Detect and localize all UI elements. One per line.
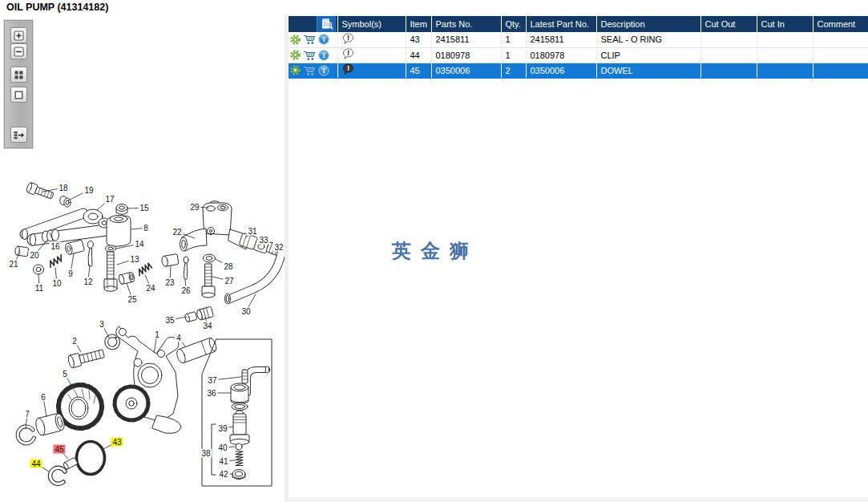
- info-icon[interactable]: i: [318, 65, 329, 76]
- qty-cell: 1: [501, 47, 526, 63]
- info-icon[interactable]: i: [318, 50, 329, 61]
- part-label-42[interactable]: 42: [217, 470, 229, 479]
- part-label-28[interactable]: 28: [222, 262, 234, 271]
- part-label-22[interactable]: 22: [171, 228, 183, 237]
- part-label-45[interactable]: 45: [53, 445, 65, 454]
- col-header-latest-part-no: Latest Part No.: [526, 16, 596, 32]
- part-label-24[interactable]: 24: [144, 284, 156, 293]
- qty-cell: 1: [501, 32, 526, 47]
- part-label-21[interactable]: 21: [7, 260, 19, 269]
- description-cell: SEAL - O RING: [596, 32, 700, 47]
- cut-out-cell: [700, 63, 757, 78]
- col-header-parts-no: Parts No.: [431, 16, 501, 32]
- part-label-39[interactable]: 39: [216, 424, 228, 433]
- part-label-36[interactable]: 36: [205, 389, 217, 398]
- part-label-13[interactable]: 13: [128, 255, 140, 264]
- part-label-18[interactable]: 18: [57, 184, 69, 192]
- tile-view-icon: [13, 69, 25, 81]
- part-label-17[interactable]: 17: [103, 195, 115, 204]
- part-label-2[interactable]: 2: [71, 337, 79, 346]
- cart-icon[interactable]: [303, 65, 316, 76]
- part-label-40[interactable]: 40: [216, 443, 228, 452]
- diagram-toolbar: [3, 19, 34, 149]
- svg-text:!: !: [346, 33, 349, 42]
- part-label-19[interactable]: 19: [83, 186, 95, 195]
- panel-divider[interactable]: [285, 14, 289, 502]
- note-balloon-icon[interactable]: !: [342, 48, 354, 60]
- part-label-1[interactable]: 1: [153, 330, 161, 339]
- part-label-31[interactable]: 31: [246, 227, 258, 236]
- symbols-cell: !: [337, 63, 406, 78]
- part-label-27[interactable]: 27: [223, 277, 235, 285]
- zoom-in-icon: [13, 30, 25, 42]
- part-label-41[interactable]: 41: [217, 457, 229, 466]
- part-label-33[interactable]: 33: [257, 236, 269, 245]
- inset-relief-valve: [202, 339, 272, 486]
- part-label-16[interactable]: 16: [49, 242, 61, 251]
- svg-text:!: !: [346, 48, 349, 57]
- table-row[interactable]: i ! 43 2415811 1 2415811 SEAL - O RING: [289, 32, 868, 47]
- cart-icon[interactable]: [303, 34, 316, 45]
- item-cell: 45: [406, 63, 431, 78]
- part-label-38[interactable]: 38: [200, 449, 212, 458]
- part-label-5[interactable]: 5: [61, 370, 69, 379]
- part-label-15[interactable]: 15: [138, 204, 150, 213]
- svg-text:!: !: [346, 63, 349, 72]
- zoom-in-button[interactable]: [10, 27, 27, 43]
- description-cell: DOWEL: [596, 63, 700, 78]
- part-label-34[interactable]: 34: [201, 322, 213, 330]
- item-cell: 44: [406, 47, 431, 63]
- parts-no-cell: 0350006: [431, 63, 501, 78]
- part-label-25[interactable]: 25: [126, 295, 138, 304]
- single-view-button[interactable]: [10, 87, 27, 103]
- part-label-3[interactable]: 3: [98, 320, 106, 329]
- parts-no-cell: 2415811: [431, 32, 501, 47]
- cut-in-cell: [757, 32, 813, 47]
- gear-icon[interactable]: [290, 34, 301, 45]
- gear-icon[interactable]: [290, 65, 301, 75]
- gear-icon[interactable]: [290, 50, 301, 60]
- parts-table: Symbol(s) Item Parts No. Qty. Latest Par…: [289, 16, 868, 79]
- info-icon[interactable]: i: [318, 34, 329, 45]
- part-label-6[interactable]: 6: [39, 393, 47, 402]
- part-label-32[interactable]: 32: [273, 243, 285, 252]
- cut-in-cell: [757, 47, 813, 63]
- col-header-item: Item: [406, 16, 431, 32]
- part-label-30[interactable]: 30: [240, 307, 252, 316]
- part-label-26[interactable]: 26: [180, 286, 192, 295]
- horizontal-scrollbar-track[interactable]: [289, 497, 868, 502]
- watermark-text: 英金狮: [392, 238, 478, 264]
- part-label-20[interactable]: 20: [28, 251, 40, 260]
- tile-view-button[interactable]: [10, 67, 27, 83]
- part-label-12[interactable]: 12: [82, 277, 94, 286]
- part-label-29[interactable]: 29: [188, 203, 200, 212]
- part-label-4[interactable]: 4: [175, 334, 183, 342]
- col-header-comment: Comment: [813, 16, 868, 32]
- part-label-11[interactable]: 11: [34, 284, 45, 293]
- part-label-23[interactable]: 23: [164, 278, 176, 287]
- table-header-row: Symbol(s) Item Parts No. Qty. Latest Par…: [289, 16, 868, 32]
- part-label-9[interactable]: 9: [67, 269, 75, 278]
- exploded-parts-diagram: 1234567891011121314151617181920212223242…: [0, 160, 289, 502]
- zoom-out-button[interactable]: [10, 43, 27, 59]
- table-row[interactable]: i ! 45 0350006 2 0350006 DOWEL: [289, 63, 868, 78]
- part-label-8[interactable]: 8: [142, 224, 150, 233]
- part-label-7[interactable]: 7: [23, 410, 31, 419]
- part-label-14[interactable]: 14: [133, 240, 145, 249]
- part-label-37[interactable]: 37: [206, 376, 218, 385]
- col-header-tools: [289, 16, 337, 32]
- latest-part-no-cell: 0180978: [526, 47, 596, 63]
- table-tool-button[interactable]: [317, 16, 336, 32]
- toggle-panel-button[interactable]: [10, 127, 27, 143]
- note-balloon-icon[interactable]: !: [342, 33, 354, 45]
- document-search-icon: [321, 18, 333, 30]
- table-row[interactable]: i ! 44 0180978 1 0180978 CLIP: [289, 47, 868, 63]
- cart-icon[interactable]: [303, 50, 316, 61]
- zoom-out-icon: [13, 46, 25, 58]
- note-balloon-icon[interactable]: !: [342, 63, 354, 75]
- assembly-suction-pipe: [14, 182, 152, 291]
- part-label-43[interactable]: 43: [111, 438, 123, 447]
- part-label-10[interactable]: 10: [50, 279, 63, 288]
- part-label-35[interactable]: 35: [164, 316, 176, 325]
- part-label-44[interactable]: 44: [30, 459, 42, 468]
